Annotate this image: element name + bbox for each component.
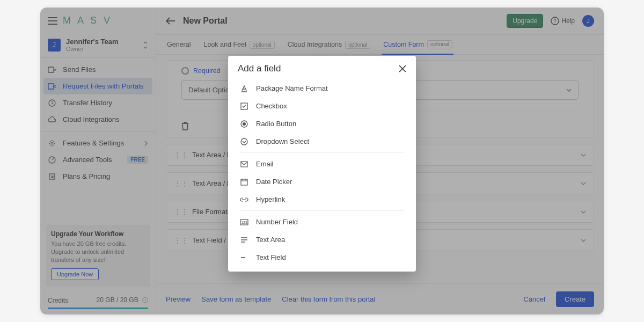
field-option-label: Number Field xyxy=(256,218,298,226)
field-option-radio[interactable]: Radio Button xyxy=(228,115,416,133)
modal-overlay[interactable]: Add a field Package Name Format Checkbox… xyxy=(40,8,604,314)
svg-point-8 xyxy=(243,122,246,126)
textfield-icon xyxy=(240,255,248,260)
field-option-dropdown[interactable]: Dropdown Select xyxy=(228,133,416,150)
modal-title: Add a field xyxy=(238,63,281,74)
field-option-label: Checkbox xyxy=(256,102,287,110)
add-field-modal: Add a field Package Name Format Checkbox… xyxy=(228,56,416,272)
field-option-label: Email xyxy=(256,160,274,168)
link-icon xyxy=(240,197,248,202)
dropdown-icon xyxy=(240,138,248,145)
close-icon[interactable] xyxy=(399,65,406,72)
svg-text:123: 123 xyxy=(241,221,247,224)
svg-rect-6 xyxy=(241,103,247,109)
field-option-label: Package Name Format xyxy=(256,84,328,92)
textarea-icon xyxy=(240,237,248,243)
field-option-checkbox[interactable]: Checkbox xyxy=(228,97,416,115)
radio-icon xyxy=(240,120,248,128)
field-option-label: Date Picker xyxy=(256,178,292,186)
field-option-label: Text Field xyxy=(256,253,286,261)
text-format-icon xyxy=(240,85,248,92)
field-option-email[interactable]: Email xyxy=(228,155,416,173)
svg-rect-11 xyxy=(241,179,247,185)
field-option-label: Text Area xyxy=(256,236,285,244)
svg-point-9 xyxy=(241,138,247,145)
field-option-date[interactable]: Date Picker xyxy=(228,173,416,191)
field-option-label: Radio Button xyxy=(256,120,296,128)
field-option-label: Dropdown Select xyxy=(256,137,309,145)
email-icon xyxy=(240,161,248,167)
field-option-textarea[interactable]: Text Area xyxy=(228,231,416,248)
calendar-icon xyxy=(240,178,248,186)
field-option-textfield[interactable]: Text Field xyxy=(228,248,416,266)
checkbox-icon xyxy=(240,103,248,110)
number-icon: 123 xyxy=(240,219,248,225)
field-option-hyperlink[interactable]: Hyperlink xyxy=(228,191,416,208)
field-option-label: Hyperlink xyxy=(256,195,285,203)
field-option-package-name[interactable]: Package Name Format xyxy=(228,79,416,97)
svg-rect-10 xyxy=(241,162,247,167)
field-option-number[interactable]: 123 Number Field xyxy=(228,213,416,231)
